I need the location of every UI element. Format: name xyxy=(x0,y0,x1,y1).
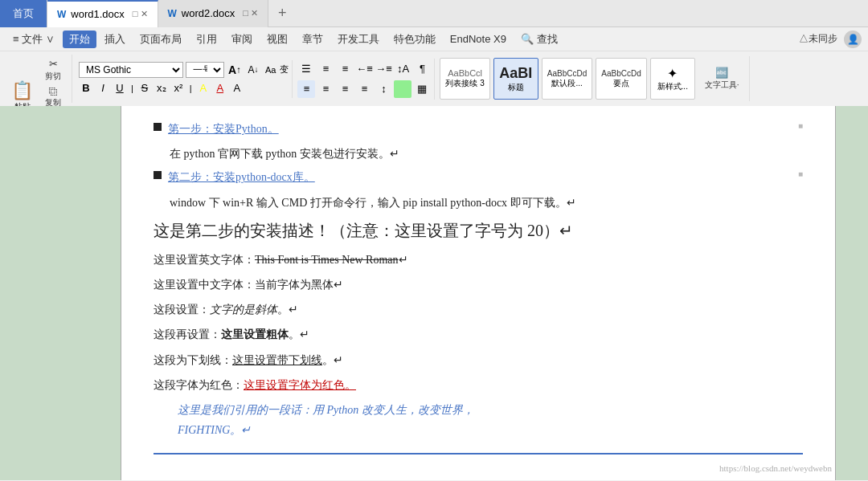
right-margin xyxy=(836,106,868,480)
unsync-button[interactable]: △未同步 xyxy=(799,32,837,46)
ribbon-menu-search[interactable]: 🔍 查找 xyxy=(514,31,564,48)
list-number-button[interactable]: ≡ xyxy=(317,60,334,78)
style-default[interactable]: AaBbCcDd 默认段... xyxy=(542,58,592,100)
red-para: 这段字体为红色：这里设置字体为红色。 xyxy=(154,375,803,395)
indent-decrease-button[interactable]: ←≡ xyxy=(355,60,373,78)
step2-bullet: 第二步：安装python-docx库。 ■ xyxy=(154,167,803,187)
sort-button[interactable]: ↕A xyxy=(394,60,411,78)
quote-block: 这里是我们引用的一段话：用 Python 改变人生，改变世界， FIGHTING… xyxy=(178,400,803,440)
para-shading-button[interactable] xyxy=(394,80,411,98)
document-area[interactable]: 第一步：安装Python。 ■ 在 python 官网下载 python 安装包… xyxy=(121,106,836,480)
font-size-select[interactable]: 一号 xyxy=(186,62,224,78)
italic-prefix: 这段设置： xyxy=(154,304,210,316)
text-tools-button[interactable]: 🔤 文字工具· xyxy=(698,63,746,94)
font-shrink-button[interactable]: A↓ xyxy=(245,62,261,78)
indent-increase-button[interactable]: →≡ xyxy=(375,60,392,78)
italic-text: 文字的是斜体 xyxy=(210,304,277,316)
bullet-square-1 xyxy=(154,123,162,131)
style-heading-label: 标题 xyxy=(508,82,524,93)
step2-heading[interactable]: 第二步：安装python-docx库。 xyxy=(168,171,315,183)
format-sep2: | xyxy=(190,84,192,93)
char-shading-button[interactable]: A xyxy=(230,80,244,96)
paragraph-group: ☰ ≡ ≡ ←≡ →≡ ↕A ¶ ≡ ≡ ≡ ≡ ↕ ▦ xyxy=(294,59,435,100)
font-special-icon[interactable]: 变 xyxy=(280,63,289,75)
style-keypoint-label: 要点 xyxy=(613,78,629,89)
red-text: 这里设置字体为红色。 xyxy=(244,379,356,391)
ribbon-menu-insert[interactable]: 插入 xyxy=(98,31,132,48)
quote-line1: 这里是我们引用的一段话：用 Python 改变人生，改变世界， xyxy=(178,400,803,420)
font-name-select[interactable]: MS Gothic xyxy=(79,62,183,78)
tab-home[interactable]: 首页 xyxy=(0,0,47,27)
word1-icon: W xyxy=(57,9,66,20)
highlight-button[interactable]: A xyxy=(196,80,211,96)
list-multi-button[interactable]: ≡ xyxy=(336,60,354,78)
italic-button[interactable]: I xyxy=(96,80,110,96)
superscript-button[interactable]: x² xyxy=(171,80,186,96)
underline-button[interactable]: U xyxy=(113,80,127,96)
format-sep1: | xyxy=(131,84,133,93)
tab-word1[interactable]: W word1.docx □ ✕ xyxy=(47,0,158,27)
ribbon-menu-view[interactable]: 视图 xyxy=(260,31,294,48)
bullet-square-2 xyxy=(154,171,162,179)
underline-text: 这里设置带下划线 xyxy=(232,354,322,366)
tab-word2[interactable]: W word2.docx □ ✕ xyxy=(158,0,269,27)
ribbon-menu-layout[interactable]: 页面布局 xyxy=(133,31,188,48)
step1-content: 在 python 官网下载 python 安装包进行安装。↵ xyxy=(170,144,803,164)
step1-heading[interactable]: 第一步：安装Python。 xyxy=(168,123,279,135)
style-heading[interactable]: AaBI 标题 xyxy=(493,58,538,100)
doc-bottom-border xyxy=(154,453,803,455)
style-heading-preview: AaBI xyxy=(499,65,532,82)
font-color-button[interactable]: A xyxy=(213,80,227,96)
para-border-button[interactable]: ▦ xyxy=(413,80,431,98)
ribbon-menu-file[interactable]: ≡ 文件 ∨ xyxy=(6,31,61,48)
font-group: MS Gothic 一号 A↑ A↓ Aa 变 B I U | S x₂ x² … xyxy=(76,60,293,98)
align-justify-button[interactable]: ≡ xyxy=(355,80,373,98)
style-new-label: 新样式... xyxy=(657,81,688,92)
subscript-button[interactable]: x₂ xyxy=(154,80,169,96)
style-keypoint[interactable]: AaBbCcDd 要点 xyxy=(596,58,646,100)
ribbon-menu-endnote[interactable]: EndNote X9 xyxy=(444,31,513,47)
style-new[interactable]: ✦ 新样式... xyxy=(650,58,695,100)
text-tools-label: 文字工具· xyxy=(705,79,739,91)
user-avatar[interactable]: 👤 xyxy=(844,31,862,48)
underline-prefix: 这段为下划线： xyxy=(154,354,232,366)
ribbon-menu-start[interactable]: 开始 xyxy=(63,31,96,48)
chinese-font-para: 这里设置中文字体：当前字体为黑体↵ xyxy=(154,275,803,295)
font-clear-icon[interactable]: Aa xyxy=(265,65,276,75)
align-center-button[interactable]: ≡ xyxy=(317,80,334,98)
copy-icon: ⿻ xyxy=(49,87,58,96)
show-marks-button[interactable]: ¶ xyxy=(413,60,431,78)
ribbon-menu-chapter[interactable]: 章节 xyxy=(296,31,330,48)
style-list-continue[interactable]: AaBbCcl 列表接续 3 xyxy=(440,58,489,100)
italic-suffix: 。↵ xyxy=(277,304,298,316)
list-bullet-button[interactable]: ☰ xyxy=(297,60,315,78)
main-area: 第一步：安装Python。 ■ 在 python 官网下载 python 安装包… xyxy=(0,106,868,480)
red-prefix: 这段字体为红色： xyxy=(154,379,244,391)
english-font-text: This Font is Times New Roman xyxy=(255,254,399,266)
line-spacing-button[interactable]: ↕ xyxy=(375,80,392,98)
step1-right-mark: ■ xyxy=(798,119,803,133)
ribbon-toolbar: 📋 粘贴 ✂ 剪切 ⿻ 复制 🖌 格式刷 xyxy=(0,51,868,106)
style-default-label: 默认段... xyxy=(551,78,582,89)
align-right-button[interactable]: ≡ xyxy=(336,80,354,98)
tab-add[interactable]: + xyxy=(268,5,297,22)
ribbon-menu-special[interactable]: 特色功能 xyxy=(387,31,442,48)
ribbon-menu-review[interactable]: 审阅 xyxy=(225,31,259,48)
bold-button[interactable]: B xyxy=(79,80,93,96)
align-left-button[interactable]: ≡ xyxy=(297,80,315,98)
text-tools-icon: 🔤 xyxy=(715,67,728,79)
left-margin xyxy=(0,106,121,480)
style-list-continue-preview: AaBbCcl xyxy=(448,68,482,78)
ribbon-menu-dev[interactable]: 开发工具 xyxy=(331,31,386,48)
cut-button[interactable]: ✂ 剪切 xyxy=(38,56,68,84)
tab-word2-close[interactable]: □ ✕ xyxy=(243,8,258,18)
style-list-continue-label: 列表接续 3 xyxy=(445,78,484,89)
step2-content: window 下 win+R 输入 CMD 打开命令行，输入 pip insta… xyxy=(170,193,803,213)
bold-para: 这段再设置：这里设置粗体。↵ xyxy=(154,324,803,344)
word2-icon: W xyxy=(168,8,177,19)
ribbon-menu-ref[interactable]: 引用 xyxy=(190,31,223,48)
font-grow-button[interactable]: A↑ xyxy=(227,62,243,78)
quote-line2: FIGHTING。↵ xyxy=(178,420,803,440)
strikethrough-button[interactable]: S xyxy=(137,80,152,96)
tab-word1-close[interactable]: □ ✕ xyxy=(133,9,148,19)
